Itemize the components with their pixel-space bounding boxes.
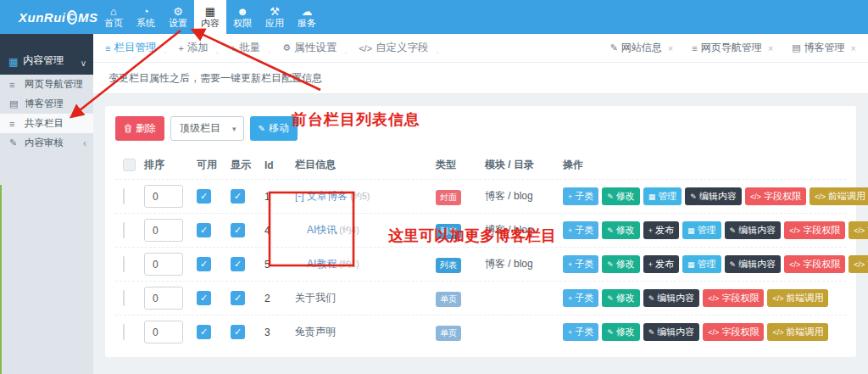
action-button-编辑内容[interactable]: ✎编辑内容: [643, 289, 700, 307]
row-checkbox[interactable]: [123, 222, 125, 238]
visible-checkbox[interactable]: ✓: [231, 325, 245, 339]
action-button-前端调用[interactable]: </>前端调用: [767, 323, 828, 341]
action-button-字段权限[interactable]: </>字段权限: [784, 221, 845, 239]
action-button-前端调用[interactable]: </>前端调用: [767, 289, 828, 307]
action-button-修改[interactable]: ✎修改: [602, 289, 640, 307]
toolbar-item[interactable]: ≡栏目管理: [103, 41, 158, 55]
action-button-修改[interactable]: ✎修改: [602, 221, 640, 239]
action-button-子类[interactable]: +子类: [563, 255, 598, 273]
column-info-cell: AI快讯(约4): [295, 223, 436, 237]
type-cell: 单页: [436, 324, 485, 341]
action-button-字段权限[interactable]: </>字段权限: [703, 289, 764, 307]
action-button-编辑内容[interactable]: ✎编辑内容: [685, 187, 742, 205]
action-button-前端调用[interactable]: </>前端调用: [849, 221, 868, 239]
type-badge: 列表: [436, 224, 461, 239]
action-button-编辑内容[interactable]: ✎编辑内容: [725, 221, 782, 239]
enabled-checkbox[interactable]: ✓: [197, 223, 211, 237]
action-button-字段权限[interactable]: </>字段权限: [784, 255, 845, 273]
visible-checkbox[interactable]: ✓: [231, 223, 245, 237]
page-tab[interactable]: ▤博客管理×: [792, 41, 856, 55]
gear-icon: ⚙: [282, 42, 291, 53]
action-button-修改[interactable]: ✎修改: [602, 255, 640, 273]
toolbar-item[interactable]: +批量: [229, 41, 262, 55]
action-button-编辑内容[interactable]: ✎编辑内容: [643, 323, 700, 341]
action-button-管理[interactable]: ▦管理: [682, 255, 721, 273]
sort-input[interactable]: [144, 219, 183, 242]
sidebar-item[interactable]: ≡网页导航管理: [0, 75, 93, 94]
close-icon[interactable]: ×: [668, 43, 673, 53]
close-icon[interactable]: ×: [851, 43, 856, 53]
action-button-子类[interactable]: +子类: [563, 187, 598, 205]
cloud-icon: ☁: [302, 5, 313, 18]
sidebar-item[interactable]: ≡共享栏目: [0, 114, 93, 133]
parent-column-select[interactable]: 顶级栏目 ▾: [170, 116, 244, 141]
action-button-子类[interactable]: +子类: [563, 289, 598, 307]
action-button-前端调用[interactable]: </>前端调用: [810, 187, 868, 205]
page-tab[interactable]: ✎网站信息×: [610, 41, 674, 55]
column-name-link[interactable]: AI教程: [307, 258, 337, 270]
row-checkbox[interactable]: [123, 188, 125, 204]
sidebar-item[interactable]: ▤博客管理: [0, 94, 93, 114]
row-checkbox[interactable]: [123, 324, 125, 340]
action-button-前端调用[interactable]: </>前端调用: [849, 255, 868, 273]
delete-button[interactable]: 删除: [115, 116, 164, 141]
topbar-nav-item[interactable]: ▦内容: [194, 0, 226, 34]
action-button-子类[interactable]: +子类: [563, 221, 598, 239]
visible-checkbox[interactable]: ✓: [231, 189, 245, 204]
row-checkbox[interactable]: [123, 256, 125, 272]
action-button-管理[interactable]: ▦管理: [643, 187, 682, 205]
action-button-label: 子类: [575, 190, 593, 203]
action-button-修改[interactable]: ✎修改: [602, 187, 640, 205]
enabled-checkbox[interactable]: ✓: [197, 189, 211, 204]
select-all-checkbox[interactable]: [123, 159, 136, 171]
toolbar-item-label: 添加: [187, 41, 209, 55]
enabled-checkbox[interactable]: ✓: [197, 291, 211, 305]
action-button-发布[interactable]: +发布: [643, 255, 679, 273]
user-icon: ☻: [236, 5, 248, 18]
action-button-字段权限[interactable]: </>字段权限: [703, 323, 764, 341]
move-button[interactable]: ✎ 移动: [250, 116, 298, 141]
topbar-nav-item[interactable]: ⚒应用: [259, 0, 291, 34]
action-button-管理[interactable]: ▦管理: [682, 221, 721, 239]
visible-checkbox[interactable]: ✓: [231, 257, 245, 271]
close-icon[interactable]: ×: [768, 43, 773, 53]
sidebar-items: ≡网页导航管理▤博客管理≡共享栏目✎内容审核‹: [0, 75, 93, 153]
action-button-编辑内容[interactable]: ✎编辑内容: [725, 255, 782, 273]
edit-icon: ✎: [648, 294, 655, 303]
topbar-nav-item[interactable]: ☁服务: [291, 0, 323, 34]
sort-input[interactable]: [144, 253, 183, 276]
action-button-修改[interactable]: ✎修改: [602, 323, 640, 341]
toolbar-item[interactable]: +添加: [176, 41, 209, 55]
column-info-cell: 免责声明: [295, 325, 436, 339]
column-name-link[interactable]: [-] 文章博客: [295, 190, 348, 202]
sort-cell: [144, 185, 197, 208]
toolbar-item[interactable]: ⚙属性设置: [281, 41, 338, 55]
action-button-发布[interactable]: +发布: [643, 221, 679, 239]
enabled-checkbox[interactable]: ✓: [197, 257, 211, 271]
visible-checkbox[interactable]: ✓: [231, 291, 245, 305]
sort-input[interactable]: [144, 321, 183, 343]
topbar-nav-item[interactable]: ☻权限: [226, 0, 259, 34]
action-button-字段权限[interactable]: </>字段权限: [745, 187, 806, 205]
action-button-label: 管理: [698, 258, 716, 271]
sort-input[interactable]: [144, 185, 183, 208]
row-checkbox[interactable]: [123, 290, 125, 306]
bulk-controls: 删除 顶级栏目 ▾ ✎ 移动: [115, 116, 846, 141]
page: XunRuiCMS ⌂首页◔系统⚙设置▦内容☻权限⚒应用☁服务 ▦ 内容管理 ∨…: [0, 0, 868, 374]
page-tab[interactable]: ≡网页导航管理×: [692, 41, 773, 55]
enabled-checkbox[interactable]: ✓: [197, 325, 211, 339]
grid-icon: ▦: [648, 193, 656, 201]
action-button-子类[interactable]: +子类: [563, 323, 598, 341]
toolbar-item-label: 自定义字段: [376, 41, 429, 55]
action-button-label: 字段权限: [803, 258, 840, 271]
toolbar-item[interactable]: </>自定义字段: [357, 41, 430, 55]
topbar-nav-item[interactable]: ⚙设置: [162, 0, 194, 34]
column-name-link[interactable]: AI快讯: [307, 224, 337, 236]
plus-icon: +: [568, 294, 572, 303]
topbar-nav-item[interactable]: ⌂首页: [97, 0, 130, 34]
sidebar-header-content-management[interactable]: ▦ 内容管理 ∨: [0, 34, 93, 75]
sort-input[interactable]: [144, 287, 183, 310]
column-header: 模块 / 目录: [485, 158, 563, 172]
sidebar-item[interactable]: ✎内容审核‹: [0, 133, 93, 153]
topbar-nav-item[interactable]: ◔系统: [130, 0, 162, 34]
